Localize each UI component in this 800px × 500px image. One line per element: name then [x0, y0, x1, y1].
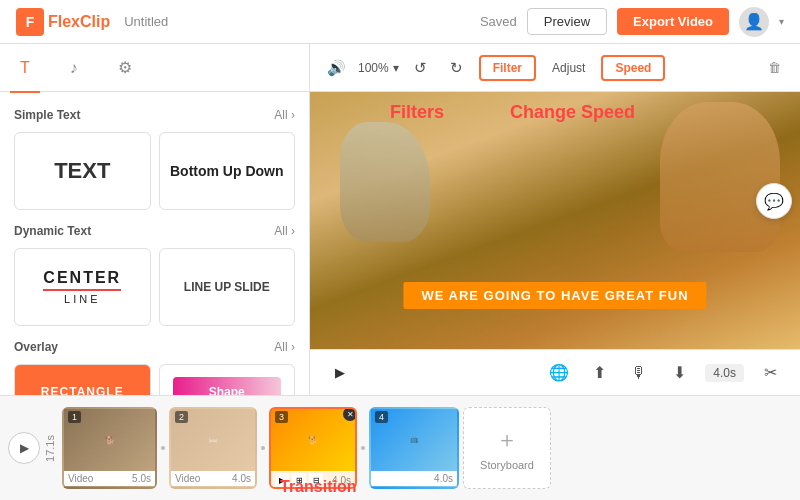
- clip-1[interactable]: 1 🐕 Video 5.0s: [62, 407, 157, 489]
- download-icon[interactable]: ⬇: [665, 359, 693, 387]
- lineup-preview: LINE UP SLIDE: [184, 279, 270, 296]
- chat-button[interactable]: 💬: [756, 183, 792, 219]
- clip-2-info: Video 4.0s: [171, 471, 255, 486]
- play-button[interactable]: ▶: [326, 359, 354, 387]
- overlay-header: Overlay All ›: [14, 340, 295, 354]
- clip-3[interactable]: ✕ 3 🐕 ▶ ⊞ ⊟ 4.0s: [269, 407, 357, 489]
- adjust-label[interactable]: Adjust: [544, 57, 593, 79]
- dynamic-text-header: Dynamic Text All ›: [14, 224, 295, 238]
- video-overlay-text: WE ARE GOING TO HAVE GREAT FUN: [403, 282, 706, 309]
- clip-3-close[interactable]: ✕: [343, 407, 357, 421]
- clip-2-number: 2: [175, 411, 188, 423]
- simple-text-label: Simple Text: [14, 108, 80, 122]
- transition-2[interactable]: [257, 407, 269, 489]
- overlay-all[interactable]: All ›: [274, 340, 295, 354]
- storyboard-plus-icon: ＋: [496, 425, 518, 455]
- volume-icon[interactable]: 🔊: [322, 54, 350, 82]
- simple-text-all[interactable]: All ›: [274, 108, 295, 122]
- video-bg: WE ARE GOING TO HAVE GREAT FUN Filters C…: [310, 92, 800, 349]
- mic-icon[interactable]: 🎙: [625, 359, 653, 387]
- timeline: ▶ 17.1s 1 🐕 Video 5.0s 2 🛏 Video 4.0s: [0, 395, 800, 500]
- bottomup-text-preview: Bottom Up Down: [170, 162, 284, 180]
- dynamic-text-cards: CENTER LINE LINE UP SLIDE: [14, 248, 295, 326]
- globe-icon[interactable]: 🌐: [545, 359, 573, 387]
- speed-button[interactable]: Speed: [601, 55, 665, 81]
- share-icon[interactable]: ⬆: [585, 359, 613, 387]
- dynamic-text-all[interactable]: All ›: [274, 224, 295, 238]
- filter-button[interactable]: Filter: [479, 55, 536, 81]
- timeline-clips: 1 🐕 Video 5.0s 2 🛏 Video 4.0s ✕ 3: [62, 407, 792, 489]
- duration-badge: 4.0s: [705, 364, 744, 382]
- simple-text-header: Simple Text All ›: [14, 108, 295, 122]
- tab-text[interactable]: T: [10, 51, 40, 85]
- preview-button[interactable]: Preview: [527, 8, 607, 35]
- clip-4[interactable]: 4 📺 4.0s: [369, 407, 459, 489]
- video-preview: WE ARE GOING TO HAVE GREAT FUN Filters C…: [310, 92, 800, 349]
- undo-icon[interactable]: ↺: [407, 54, 435, 82]
- total-duration: 17.1s: [44, 435, 56, 462]
- text-card-centerline[interactable]: CENTER LINE: [14, 248, 151, 326]
- zoom-control[interactable]: 100% ▾: [358, 61, 399, 75]
- text-card-simple[interactable]: TEXT: [14, 132, 151, 210]
- clip-2-label: Video: [175, 473, 200, 484]
- clip-1-label: Video: [68, 473, 93, 484]
- transition-annotation: Transition: [280, 478, 356, 496]
- overlay-shape[interactable]: Shape: [159, 364, 296, 395]
- delete-icon[interactable]: 🗑: [760, 54, 788, 82]
- transition-dot-1: [161, 446, 165, 450]
- tab-settings[interactable]: ⚙: [108, 50, 142, 85]
- left-panel: T ♪ ⚙ Simple Text All › TEXT Bottom Up D…: [0, 44, 310, 395]
- logo-text: FlexClip: [48, 13, 110, 31]
- clip-2-duration: 4.0s: [232, 473, 251, 484]
- centerline-preview: CENTER LINE: [43, 269, 121, 305]
- overlay-cards: RECTANGLE Shape: [14, 364, 295, 395]
- clip-1-duration: 5.0s: [132, 473, 151, 484]
- header: F FlexClip Untitled Saved Preview Export…: [0, 0, 800, 44]
- simple-text-cards: TEXT Bottom Up Down: [14, 132, 295, 210]
- storyboard-button[interactable]: ＋ Storyboard: [463, 407, 551, 489]
- clip-4-number: 4: [375, 411, 388, 423]
- video-controls: ▶ 🌐 ⬆ 🎙 ⬇ 4.0s ✂: [310, 349, 800, 395]
- logo-icon: F: [16, 8, 44, 36]
- clip-4-duration: 4.0s: [434, 473, 453, 484]
- transition-3[interactable]: [357, 407, 369, 489]
- timeline-play-button[interactable]: ▶: [8, 432, 40, 464]
- simple-text-preview: TEXT: [54, 158, 110, 184]
- main-area: T ♪ ⚙ Simple Text All › TEXT Bottom Up D…: [0, 44, 800, 395]
- storyboard-label: Storyboard: [480, 459, 534, 471]
- filter-annotation: Filters: [390, 102, 444, 123]
- redo-icon[interactable]: ↻: [443, 54, 471, 82]
- overlay-label: Overlay: [14, 340, 58, 354]
- clip-4-info: 4.0s: [371, 471, 457, 486]
- document-title: Untitled: [124, 14, 168, 29]
- scissors-icon[interactable]: ✂: [756, 359, 784, 387]
- clip-3-number: 3: [275, 411, 288, 423]
- transition-dot-3: [361, 446, 365, 450]
- panel-tabs: T ♪ ⚙: [0, 44, 309, 92]
- export-button[interactable]: Export Video: [617, 8, 729, 35]
- clip-1-info: Video 5.0s: [64, 471, 155, 486]
- saved-indicator: Saved: [480, 14, 517, 29]
- avatar-chevron[interactable]: ▾: [779, 16, 784, 27]
- clip-2[interactable]: 2 🛏 Video 4.0s: [169, 407, 257, 489]
- rectangle-label: RECTANGLE: [41, 385, 124, 396]
- shape-gradient: Shape: [173, 377, 281, 396]
- right-panel: 🔊 100% ▾ ↺ ↻ Filter Adjust Speed 🗑 WE AR…: [310, 44, 800, 395]
- logo: F FlexClip: [16, 8, 110, 36]
- avatar[interactable]: 👤: [739, 7, 769, 37]
- transition-1[interactable]: [157, 407, 169, 489]
- text-card-lineup[interactable]: LINE UP SLIDE: [159, 248, 296, 326]
- speed-annotation: Change Speed: [510, 102, 635, 123]
- dynamic-text-label: Dynamic Text: [14, 224, 91, 238]
- toolbar: 🔊 100% ▾ ↺ ↻ Filter Adjust Speed 🗑: [310, 44, 800, 92]
- overlay-rectangle[interactable]: RECTANGLE: [14, 364, 151, 395]
- transition-dot-2: [261, 446, 265, 450]
- text-card-bottomup[interactable]: Bottom Up Down: [159, 132, 296, 210]
- clip-1-number: 1: [68, 411, 81, 423]
- tab-music[interactable]: ♪: [60, 51, 88, 85]
- panel-content: Simple Text All › TEXT Bottom Up Down Dy…: [0, 92, 309, 395]
